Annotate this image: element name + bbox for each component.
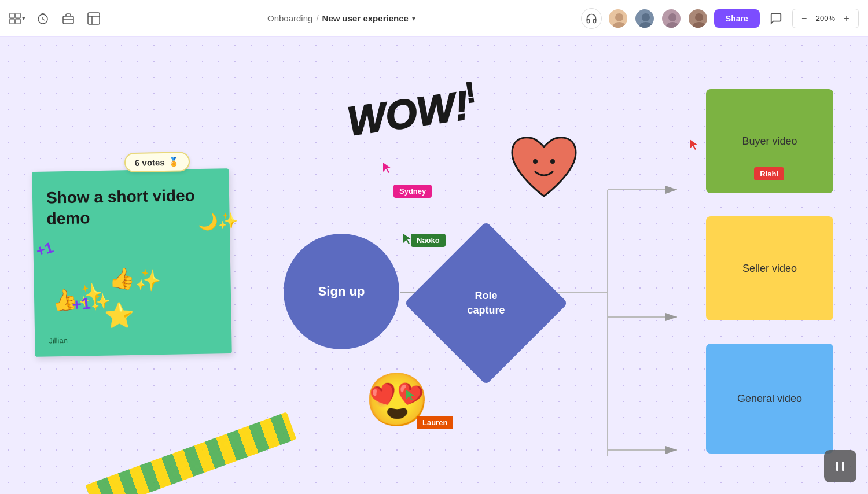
heart-face-emoji — [506, 132, 576, 196]
cursor-label-sydney: Sydney — [393, 185, 432, 198]
buyer-video-label: Buyer video — [742, 135, 797, 148]
pause-button[interactable] — [824, 450, 856, 482]
confetti-stripe — [86, 412, 297, 494]
svg-marker-25 — [403, 234, 411, 244]
svg-rect-6 — [88, 13, 100, 24]
breadcrumb: Onboarding / New user experience ▾ — [102, 13, 581, 23]
cursor-lauren-arrow — [405, 389, 417, 403]
zoom-minus-button[interactable]: − — [797, 12, 811, 25]
general-video-label: General video — [737, 393, 802, 405]
svg-rect-28 — [836, 462, 838, 471]
svg-point-12 — [666, 22, 679, 29]
svg-marker-27 — [406, 390, 414, 400]
briefcase-icon[interactable] — [60, 10, 76, 27]
svg-point-9 — [642, 13, 650, 21]
svg-point-8 — [613, 22, 626, 29]
star-sticker: ⭐ — [104, 301, 134, 330]
seller-video-box[interactable]: Seller video — [706, 216, 833, 320]
role-capture-label: Role capture — [467, 289, 505, 318]
avatar-1[interactable] — [608, 8, 628, 29]
breadcrumb-dropdown[interactable]: ▾ — [412, 14, 415, 23]
svg-rect-1 — [16, 13, 20, 17]
avatar-2[interactable] — [634, 8, 655, 29]
shapes-tool[interactable]: ▾ — [9, 10, 25, 27]
toolbar-right: Share − 200% + — [581, 8, 859, 29]
svg-marker-26 — [690, 139, 698, 150]
breadcrumb-parent[interactable]: Onboarding — [267, 13, 312, 23]
svg-point-13 — [695, 13, 703, 21]
svg-point-22 — [533, 159, 538, 164]
thumbs-up-sticker-2: 👍✨ — [108, 266, 162, 293]
rishi-badge: Rishi — [754, 167, 784, 180]
votes-emoji: 🏅 — [168, 157, 179, 167]
breadcrumb-current: New user experience — [322, 13, 409, 23]
headphone-button[interactable] — [581, 8, 602, 29]
svg-rect-3 — [16, 19, 20, 23]
canvas[interactable]: 6 votes 🏅 Show a short video demo 👍✨ 👍✨ … — [0, 37, 868, 494]
cursor-sydney-arrow — [382, 161, 393, 175]
zoom-level: 200% — [814, 14, 837, 23]
seller-video-label: Seller video — [742, 263, 797, 275]
topbar: ▾ Onboarding / — [0, 0, 868, 37]
timer-icon[interactable] — [35, 10, 51, 27]
svg-point-10 — [639, 22, 652, 29]
sticky-note-text: Show a short video demo — [46, 185, 216, 230]
role-diamond-container[interactable]: Role capture — [428, 245, 544, 361]
avatar-4[interactable] — [687, 8, 708, 29]
toolbar-left: ▾ — [9, 10, 102, 27]
votes-text: 6 votes — [135, 157, 165, 167]
cursor-label-lauren: Lauren — [417, 416, 453, 429]
signup-circle[interactable]: Sign up — [284, 234, 399, 349]
plus-one-sticker-2: +1 — [34, 238, 56, 260]
cursor-rishi-arrow — [689, 138, 700, 152]
breadcrumb-sep: / — [316, 13, 318, 23]
jillian-label: Jillian — [49, 336, 68, 345]
svg-rect-2 — [10, 19, 14, 23]
wow-text: WOW! ! — [344, 82, 471, 145]
votes-badge: 6 votes 🏅 — [124, 152, 190, 172]
signup-label: Sign up — [318, 284, 365, 299]
zoom-controls: − 200% + — [792, 9, 859, 28]
svg-point-23 — [550, 159, 555, 164]
svg-point-11 — [668, 13, 676, 21]
svg-point-14 — [693, 22, 705, 29]
general-video-box[interactable]: General video — [706, 344, 833, 454]
sticky-note[interactable]: 6 votes 🏅 Show a short video demo 👍✨ 👍✨ … — [32, 168, 232, 357]
moon-sticker: 🌙✨ — [197, 212, 238, 231]
zoom-plus-button[interactable]: + — [840, 12, 854, 25]
svg-marker-24 — [383, 163, 391, 173]
svg-rect-0 — [10, 13, 14, 17]
chat-icon[interactable] — [766, 8, 786, 29]
svg-rect-29 — [842, 462, 844, 471]
svg-point-7 — [615, 13, 623, 21]
avatar-3[interactable] — [661, 8, 682, 29]
share-button[interactable]: Share — [714, 9, 760, 28]
layout-icon[interactable] — [86, 10, 102, 27]
